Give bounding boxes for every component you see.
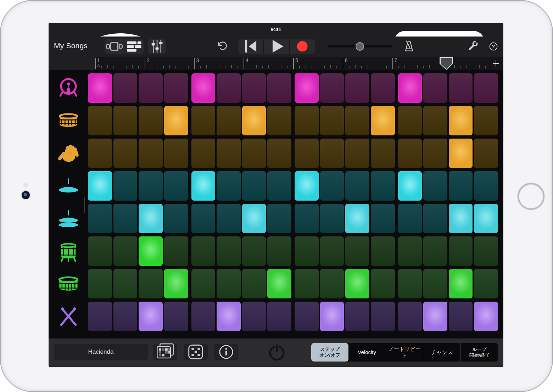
undo-button[interactable] xyxy=(214,39,230,54)
tom-step-15[interactable] xyxy=(449,269,473,298)
snare-drum-step-10[interactable] xyxy=(320,106,344,135)
drumsticks-step-2[interactable] xyxy=(113,302,138,331)
snare-drum-step-6[interactable] xyxy=(217,106,241,135)
kick-drum-step-4[interactable] xyxy=(164,73,188,103)
ruler-bar[interactable]: 4 xyxy=(244,57,293,70)
hand-clap-step-1[interactable] xyxy=(88,139,112,168)
open-hi-hat-step-3[interactable] xyxy=(139,204,163,233)
record-button[interactable] xyxy=(289,39,315,54)
ruler-bar[interactable]: 2 xyxy=(145,57,194,70)
snare-drum-step-16[interactable] xyxy=(474,106,498,135)
snare-drum-step-9[interactable] xyxy=(295,106,319,135)
drumsticks-step-7[interactable] xyxy=(242,302,266,331)
floor-tom-step-2[interactable] xyxy=(113,236,138,266)
hand-clap-step-13[interactable] xyxy=(398,139,422,168)
tom-step-1[interactable] xyxy=(88,269,112,298)
floor-tom-step-10[interactable] xyxy=(320,236,344,266)
volume-slider[interactable] xyxy=(328,45,392,47)
open-hi-hat-step-8[interactable] xyxy=(267,204,291,233)
tom-icon-button[interactable] xyxy=(49,269,88,298)
grid-view-button[interactable] xyxy=(105,39,124,54)
open-hi-hat-icon-button[interactable] xyxy=(49,204,88,233)
snare-drum-step-11[interactable] xyxy=(345,106,369,135)
kick-drum-step-5[interactable] xyxy=(191,73,216,103)
drumsticks-step-4[interactable] xyxy=(164,302,188,331)
kick-drum-step-10[interactable] xyxy=(320,73,344,103)
mode-segment-2[interactable]: Velocity xyxy=(348,343,386,362)
open-hi-hat-step-13[interactable] xyxy=(398,204,422,233)
tracks-view-button[interactable] xyxy=(124,39,144,54)
help-button[interactable]: ? xyxy=(486,39,501,54)
play-button[interactable] xyxy=(263,39,289,54)
mode-segment-1[interactable]: ステップ オン/オフ xyxy=(311,343,348,362)
open-hi-hat-step-12[interactable] xyxy=(371,204,395,233)
open-hi-hat-step-11[interactable] xyxy=(345,204,369,233)
open-hi-hat-step-16[interactable] xyxy=(474,204,498,233)
open-hi-hat-step-4[interactable] xyxy=(164,204,188,233)
tom-step-10[interactable] xyxy=(320,269,344,298)
skip-back-button[interactable] xyxy=(238,39,263,54)
floor-tom-step-12[interactable] xyxy=(371,236,395,266)
hand-clap-step-11[interactable] xyxy=(345,139,369,168)
ruler-bar[interactable]: 6 xyxy=(343,57,392,70)
closed-hi-hat-step-12[interactable] xyxy=(371,171,395,201)
open-hi-hat-step-9[interactable] xyxy=(295,204,319,233)
floor-tom-step-5[interactable] xyxy=(191,236,216,266)
snare-drum-step-14[interactable] xyxy=(423,106,447,135)
closed-hi-hat-step-13[interactable] xyxy=(398,171,422,201)
closed-hi-hat-step-3[interactable] xyxy=(139,171,163,201)
closed-hi-hat-step-10[interactable] xyxy=(320,171,344,201)
tom-step-14[interactable] xyxy=(423,269,447,298)
pattern-browser-button[interactable] xyxy=(153,344,177,360)
snare-drum-step-13[interactable] xyxy=(398,106,422,135)
floor-tom-step-14[interactable] xyxy=(423,236,447,266)
closed-hi-hat-step-15[interactable] xyxy=(449,171,473,201)
tom-step-11[interactable] xyxy=(345,269,369,298)
floor-tom-step-8[interactable] xyxy=(267,236,291,266)
randomize-button[interactable] xyxy=(184,344,208,360)
kick-drum-step-14[interactable] xyxy=(423,73,447,103)
my-songs-button[interactable]: My Songs xyxy=(54,41,88,50)
kick-drum-step-9[interactable] xyxy=(295,73,319,103)
snare-drum-step-5[interactable] xyxy=(191,106,216,135)
hand-clap-step-16[interactable] xyxy=(474,139,498,168)
floor-tom-step-11[interactable] xyxy=(345,236,369,266)
ruler-bar[interactable]: 7 xyxy=(392,57,442,70)
snare-drum-step-3[interactable] xyxy=(139,106,163,135)
snare-drum-step-8[interactable] xyxy=(267,106,291,135)
open-hi-hat-step-14[interactable] xyxy=(423,204,447,233)
hand-clap-step-2[interactable] xyxy=(113,139,138,168)
home-button[interactable] xyxy=(518,183,544,210)
hand-clap-step-14[interactable] xyxy=(423,139,447,168)
hand-clap-step-8[interactable] xyxy=(267,139,291,168)
snare-drum-step-15[interactable] xyxy=(449,106,473,135)
floor-tom-step-1[interactable] xyxy=(88,236,112,266)
hand-clap-step-7[interactable] xyxy=(242,139,266,168)
drumsticks-step-16[interactable] xyxy=(474,302,498,331)
kick-drum-step-6[interactable] xyxy=(217,73,241,103)
kick-drum-step-1[interactable] xyxy=(88,73,112,103)
open-hi-hat-step-7[interactable] xyxy=(242,204,266,233)
tom-step-16[interactable] xyxy=(474,269,498,298)
kick-drum-icon-button[interactable] xyxy=(49,73,88,103)
kick-drum-step-15[interactable] xyxy=(449,73,473,103)
open-hi-hat-step-5[interactable] xyxy=(191,204,216,233)
closed-hi-hat-step-6[interactable] xyxy=(217,171,241,201)
drumsticks-step-5[interactable] xyxy=(191,302,216,331)
tom-step-3[interactable] xyxy=(139,269,163,298)
mode-segment-5[interactable]: ループ 開始/終了 xyxy=(460,343,498,362)
open-hi-hat-step-10[interactable] xyxy=(320,204,344,233)
tom-step-4[interactable] xyxy=(164,269,188,298)
hand-clap-step-3[interactable] xyxy=(139,139,163,168)
drumsticks-step-9[interactable] xyxy=(295,302,319,331)
closed-hi-hat-step-7[interactable] xyxy=(242,171,266,201)
snare-drum-step-2[interactable] xyxy=(113,106,138,135)
floor-tom-step-4[interactable] xyxy=(164,236,188,266)
ruler-bar[interactable]: 3 xyxy=(194,57,244,70)
hand-clap-step-5[interactable] xyxy=(191,139,216,168)
tom-step-12[interactable] xyxy=(371,269,395,298)
mixer-button[interactable] xyxy=(148,39,166,54)
hand-clap-icon-button[interactable] xyxy=(49,139,88,168)
drumsticks-icon-button[interactable] xyxy=(49,302,88,331)
hand-clap-step-9[interactable] xyxy=(295,139,319,168)
